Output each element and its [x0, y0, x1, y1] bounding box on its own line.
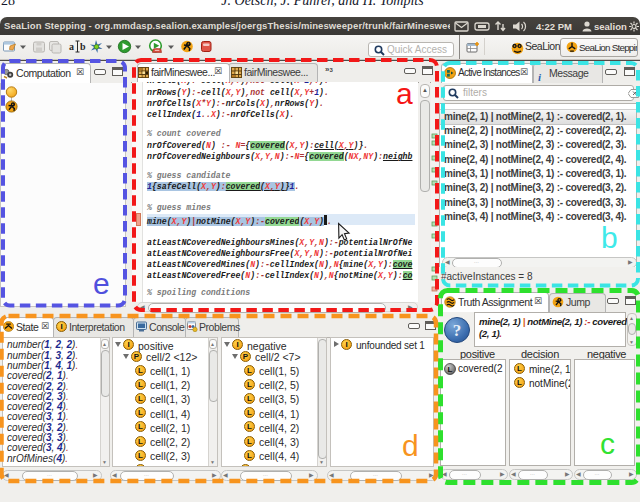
svg-text:?: ?: [453, 321, 462, 340]
svg-text:b: b: [80, 41, 86, 52]
svg-text:L: L: [448, 365, 453, 374]
svg-text:a: a: [69, 41, 74, 52]
